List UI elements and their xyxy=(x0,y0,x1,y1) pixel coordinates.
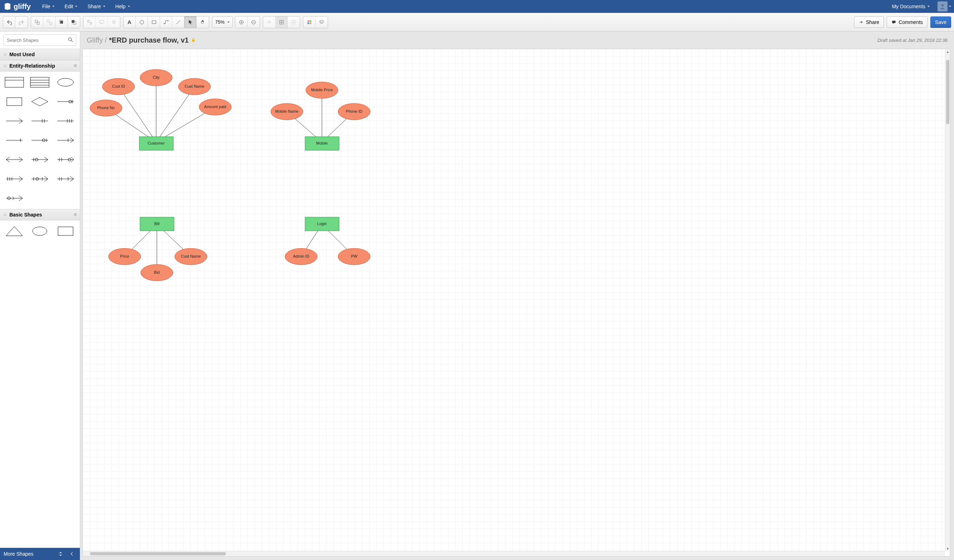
group-button[interactable] xyxy=(31,17,43,28)
shape-crows-6[interactable] xyxy=(55,134,76,147)
shape-entity-rect[interactable] xyxy=(3,95,25,108)
layers-button[interactable] xyxy=(315,17,328,28)
grip-icon: ≡ xyxy=(3,51,6,57)
pointer-tool-button[interactable] xyxy=(184,17,196,28)
scroll-up-icon[interactable]: ▲ xyxy=(945,49,950,54)
send-back-button[interactable] xyxy=(68,17,80,28)
svg-rect-22 xyxy=(307,20,309,22)
draft-status: Draft saved at Jan 29, 2018 22:36 xyxy=(878,37,948,43)
svg-rect-30 xyxy=(30,77,49,87)
undo-button[interactable] xyxy=(3,17,16,28)
svg-text:PW: PW xyxy=(351,254,357,258)
scrollbar-thumb[interactable] xyxy=(90,552,226,555)
canvas[interactable]: Customer Phone No Cust ID City Cust Name… xyxy=(83,49,951,557)
document-title[interactable]: *ERD purchase flow, v1 xyxy=(109,36,196,44)
line-tool-button[interactable] xyxy=(172,17,184,28)
app-name: gliffy xyxy=(14,3,31,11)
zoom-out-button[interactable] xyxy=(248,17,260,28)
ungroup-button[interactable] xyxy=(43,17,56,28)
svg-text:Mobile Name: Mobile Name xyxy=(275,109,299,114)
menu-file[interactable]: File xyxy=(37,3,60,9)
shape-triangle[interactable] xyxy=(3,225,25,238)
snap-button[interactable] xyxy=(263,17,275,28)
shape-relationship-diamond[interactable] xyxy=(30,95,51,108)
shape-entity-header[interactable] xyxy=(3,76,25,89)
shape-crows-8[interactable] xyxy=(30,153,51,166)
svg-text:Login: Login xyxy=(317,221,327,226)
chevron-down-icon xyxy=(928,6,930,7)
menu-share[interactable]: Share xyxy=(83,3,110,9)
svg-point-80 xyxy=(33,227,47,235)
svg-text:Cust Name: Cust Name xyxy=(184,84,204,89)
text-tool-button[interactable]: A xyxy=(123,17,136,28)
shape-attribute-ellipse[interactable] xyxy=(55,76,76,89)
shape-rectangle[interactable] xyxy=(55,225,76,238)
menu-help[interactable]: Help xyxy=(110,3,135,9)
shape-one-optional[interactable] xyxy=(55,95,76,108)
connector-tool-button[interactable] xyxy=(160,17,172,28)
shape-crows-1[interactable] xyxy=(3,115,25,128)
hide-sidebar-button[interactable] xyxy=(68,550,76,558)
guides-button[interactable] xyxy=(288,17,300,28)
user-avatar[interactable] xyxy=(937,2,948,11)
shape-crows-5[interactable] xyxy=(30,134,51,147)
menu-mydocs[interactable]: My Documents xyxy=(887,3,935,9)
shape-entity-table[interactable] xyxy=(30,76,51,89)
close-icon[interactable]: × xyxy=(74,62,77,69)
scroll-down-icon[interactable]: ▼ xyxy=(945,546,950,551)
bring-front-button[interactable] xyxy=(56,17,68,28)
svg-line-86 xyxy=(156,87,195,142)
more-shapes-button[interactable]: More Shapes xyxy=(3,551,33,557)
share-button[interactable]: Share xyxy=(854,17,884,28)
note-button[interactable] xyxy=(96,17,108,28)
zoom-select[interactable]: 75% xyxy=(212,17,233,28)
redo-button[interactable] xyxy=(16,17,28,28)
svg-rect-4 xyxy=(50,22,51,24)
shape-crows-7[interactable] xyxy=(3,153,25,166)
save-button[interactable]: Save xyxy=(931,17,951,28)
shape-crows-13[interactable] xyxy=(3,192,25,205)
breadcrumb[interactable]: Gliffy / xyxy=(87,36,107,44)
link-button[interactable] xyxy=(83,17,96,28)
toolbar: A 75% Share Comments Save xyxy=(0,13,954,31)
svg-rect-35 xyxy=(7,98,22,106)
shape-crows-9[interactable] xyxy=(55,153,76,166)
svg-rect-3 xyxy=(47,20,49,22)
close-icon[interactable]: × xyxy=(74,212,77,218)
svg-text:Bid: Bid xyxy=(154,270,160,274)
shape-crows-11[interactable] xyxy=(30,173,51,185)
theme-button[interactable] xyxy=(303,17,315,28)
sidebar: ≡Most Used ≡Entity-Relationship× ≡Basic … xyxy=(0,31,80,560)
panel-basic-shapes[interactable]: ≡Basic Shapes× xyxy=(0,209,80,221)
menu-edit[interactable]: Edit xyxy=(59,3,83,9)
gliffy-logo-icon xyxy=(3,3,11,10)
shape-crows-10[interactable] xyxy=(3,173,25,185)
horizontal-scrollbar[interactable] xyxy=(83,551,945,556)
shape-crows-4[interactable] xyxy=(3,134,25,147)
collapse-panels-button[interactable] xyxy=(56,550,65,558)
svg-text:Phone No: Phone No xyxy=(97,106,115,110)
popup-button[interactable] xyxy=(108,17,120,28)
pan-tool-button[interactable] xyxy=(196,17,209,28)
comments-button[interactable]: Comments xyxy=(887,17,928,28)
panel-entity-relationship[interactable]: ≡Entity-Relationship× xyxy=(0,60,80,72)
app-logo[interactable]: gliffy xyxy=(3,3,37,11)
grip-icon: ≡ xyxy=(3,212,6,218)
shape-crows-12[interactable] xyxy=(55,173,76,185)
chevron-down-icon xyxy=(103,6,105,7)
svg-text:Cust Name: Cust Name xyxy=(181,254,201,258)
ellipse-tool-button[interactable] xyxy=(136,17,148,28)
shape-crows-2[interactable] xyxy=(30,115,51,128)
svg-line-40 xyxy=(19,118,23,121)
search-input[interactable] xyxy=(3,34,76,46)
svg-point-12 xyxy=(164,23,165,24)
zoom-in-button[interactable] xyxy=(235,17,248,28)
vertical-scrollbar[interactable]: ▲ ▼ xyxy=(945,49,950,551)
rect-tool-button[interactable] xyxy=(148,17,160,28)
svg-rect-81 xyxy=(58,227,73,235)
panel-most-used[interactable]: ≡Most Used xyxy=(0,49,80,60)
shape-crows-3[interactable] xyxy=(55,115,76,128)
grid-button[interactable] xyxy=(275,17,288,28)
shape-circle[interactable] xyxy=(30,225,51,238)
scrollbar-thumb[interactable] xyxy=(946,60,949,124)
